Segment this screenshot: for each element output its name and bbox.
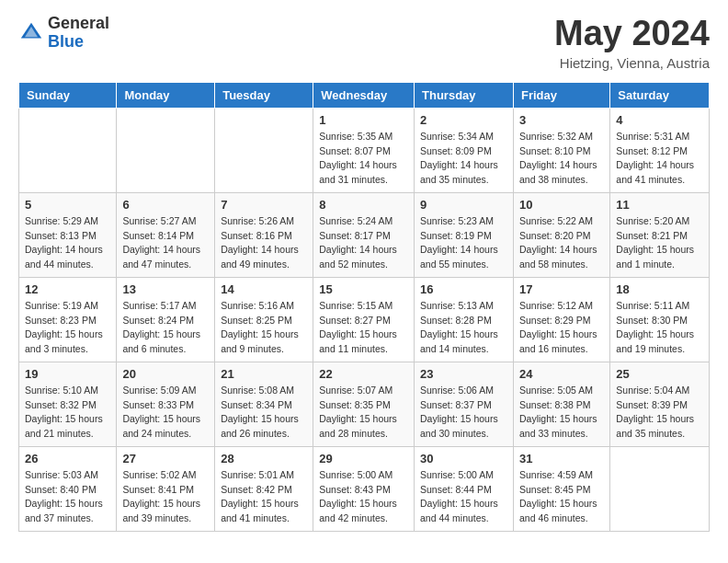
day-info: Sunrise: 5:13 AMSunset: 8:28 PMDaylight:… [420,299,507,357]
day-number: 13 [122,282,209,296]
day-info: Sunrise: 5:32 AMSunset: 8:10 PMDaylight:… [519,130,604,188]
calendar-week-row: 26Sunrise: 5:03 AMSunset: 8:40 PMDayligh… [19,446,710,531]
calendar-cell: 31Sunrise: 4:59 AMSunset: 8:45 PMDayligh… [513,446,609,531]
day-number: 8 [319,198,408,212]
day-info: Sunrise: 5:01 AMSunset: 8:42 PMDaylight:… [221,468,307,526]
calendar-cell: 25Sunrise: 5:04 AMSunset: 8:39 PMDayligh… [610,362,710,446]
calendar-cell: 1Sunrise: 5:35 AMSunset: 8:07 PMDaylight… [313,108,415,192]
calendar-cell: 5Sunrise: 5:29 AMSunset: 8:13 PMDaylight… [19,192,117,277]
location-subtitle: Hietzing, Vienna, Austria [554,55,710,71]
calendar-cell: 2Sunrise: 5:34 AMSunset: 8:09 PMDaylight… [415,108,514,192]
day-info: Sunrise: 5:03 AMSunset: 8:40 PMDaylight:… [25,468,110,526]
day-number: 26 [25,452,110,465]
calendar-cell: 20Sunrise: 5:09 AMSunset: 8:33 PMDayligh… [117,362,215,446]
calendar-cell: 15Sunrise: 5:15 AMSunset: 8:27 PMDayligh… [313,277,415,362]
calendar-cell: 16Sunrise: 5:13 AMSunset: 8:28 PMDayligh… [415,277,514,362]
day-number: 15 [319,282,408,296]
calendar-table: Sunday Monday Tuesday Wednesday Thursday… [18,82,710,532]
calendar-week-row: 12Sunrise: 5:19 AMSunset: 8:23 PMDayligh… [19,277,710,362]
day-info: Sunrise: 5:19 AMSunset: 8:23 PMDaylight:… [25,299,110,357]
day-info: Sunrise: 5:05 AMSunset: 8:38 PMDaylight:… [519,384,604,442]
day-number: 11 [616,198,703,212]
day-number: 18 [616,282,703,296]
day-number: 9 [420,198,507,212]
logo-general-text: General [48,15,109,33]
day-number: 20 [122,367,209,381]
calendar-cell: 30Sunrise: 5:00 AMSunset: 8:44 PMDayligh… [415,446,514,531]
calendar-cell: 9Sunrise: 5:23 AMSunset: 8:19 PMDaylight… [415,192,514,277]
day-number: 10 [519,198,604,212]
day-info: Sunrise: 5:27 AMSunset: 8:14 PMDaylight:… [122,214,209,272]
calendar-cell: 14Sunrise: 5:16 AMSunset: 8:25 PMDayligh… [215,277,313,362]
col-monday: Monday [117,82,215,108]
calendar-cell: 29Sunrise: 5:00 AMSunset: 8:43 PMDayligh… [313,446,415,531]
col-sunday: Sunday [19,82,117,108]
calendar-cell: 4Sunrise: 5:31 AMSunset: 8:12 PMDaylight… [610,108,710,192]
calendar-week-row: 5Sunrise: 5:29 AMSunset: 8:13 PMDaylight… [19,192,710,277]
day-info: Sunrise: 5:12 AMSunset: 8:29 PMDaylight:… [519,299,604,357]
day-number: 4 [616,113,703,127]
col-tuesday: Tuesday [215,82,313,108]
day-info: Sunrise: 5:11 AMSunset: 8:30 PMDaylight:… [616,299,703,357]
day-number: 27 [122,452,209,465]
day-info: Sunrise: 5:34 AMSunset: 8:09 PMDaylight:… [420,130,507,188]
day-info: Sunrise: 5:16 AMSunset: 8:25 PMDaylight:… [221,299,307,357]
day-info: Sunrise: 5:29 AMSunset: 8:13 PMDaylight:… [25,214,110,272]
calendar-cell [610,446,710,531]
day-info: Sunrise: 5:02 AMSunset: 8:41 PMDaylight:… [122,468,209,526]
calendar-cell: 21Sunrise: 5:08 AMSunset: 8:34 PMDayligh… [215,362,313,446]
calendar-cell: 3Sunrise: 5:32 AMSunset: 8:10 PMDaylight… [513,108,609,192]
day-info: Sunrise: 5:22 AMSunset: 8:20 PMDaylight:… [519,214,604,272]
day-number: 7 [221,198,307,212]
calendar-cell: 26Sunrise: 5:03 AMSunset: 8:40 PMDayligh… [19,446,117,531]
calendar-cell: 18Sunrise: 5:11 AMSunset: 8:30 PMDayligh… [610,277,710,362]
col-saturday: Saturday [610,82,710,108]
day-number: 12 [25,282,110,296]
day-info: Sunrise: 5:08 AMSunset: 8:34 PMDaylight:… [221,384,307,442]
col-thursday: Thursday [415,82,514,108]
day-number: 29 [319,452,408,465]
day-number: 17 [519,282,604,296]
day-number: 6 [122,198,209,212]
logo-icon [18,20,44,46]
calendar-cell: 7Sunrise: 5:26 AMSunset: 8:16 PMDaylight… [215,192,313,277]
calendar-cell: 17Sunrise: 5:12 AMSunset: 8:29 PMDayligh… [513,277,609,362]
day-number: 23 [420,367,507,381]
day-number: 25 [616,367,703,381]
day-info: Sunrise: 5:06 AMSunset: 8:37 PMDaylight:… [420,384,507,442]
calendar-cell [19,108,117,192]
day-number: 2 [420,113,507,127]
calendar-cell: 11Sunrise: 5:20 AMSunset: 8:21 PMDayligh… [610,192,710,277]
calendar-cell: 13Sunrise: 5:17 AMSunset: 8:24 PMDayligh… [117,277,215,362]
day-number: 16 [420,282,507,296]
header: General Blue May 2024 Hietzing, Vienna, … [18,15,710,71]
calendar-week-row: 1Sunrise: 5:35 AMSunset: 8:07 PMDaylight… [19,108,710,192]
day-number: 3 [519,113,604,127]
calendar-cell: 27Sunrise: 5:02 AMSunset: 8:41 PMDayligh… [117,446,215,531]
calendar-cell: 24Sunrise: 5:05 AMSunset: 8:38 PMDayligh… [513,362,609,446]
day-number: 28 [221,452,307,465]
day-info: Sunrise: 5:20 AMSunset: 8:21 PMDaylight:… [616,214,703,272]
day-info: Sunrise: 5:31 AMSunset: 8:12 PMDaylight:… [616,130,703,188]
month-title: May 2024 [554,15,710,53]
calendar-cell [215,108,313,192]
calendar-week-row: 19Sunrise: 5:10 AMSunset: 8:32 PMDayligh… [19,362,710,446]
day-info: Sunrise: 5:07 AMSunset: 8:35 PMDaylight:… [319,384,408,442]
day-number: 1 [319,113,408,127]
day-info: Sunrise: 5:00 AMSunset: 8:43 PMDaylight:… [319,468,408,526]
logo-blue-text: Blue [48,33,109,52]
day-number: 24 [519,367,604,381]
day-number: 21 [221,367,307,381]
day-number: 14 [221,282,307,296]
col-friday: Friday [513,82,609,108]
title-block: May 2024 Hietzing, Vienna, Austria [554,15,710,71]
logo: General Blue [18,15,109,52]
day-info: Sunrise: 5:04 AMSunset: 8:39 PMDaylight:… [616,384,703,442]
day-info: Sunrise: 4:59 AMSunset: 8:45 PMDaylight:… [519,468,604,526]
day-number: 22 [319,367,408,381]
calendar-cell: 6Sunrise: 5:27 AMSunset: 8:14 PMDaylight… [117,192,215,277]
day-number: 5 [25,198,110,212]
day-info: Sunrise: 5:35 AMSunset: 8:07 PMDaylight:… [319,130,408,188]
day-number: 31 [519,452,604,465]
day-info: Sunrise: 5:24 AMSunset: 8:17 PMDaylight:… [319,214,408,272]
